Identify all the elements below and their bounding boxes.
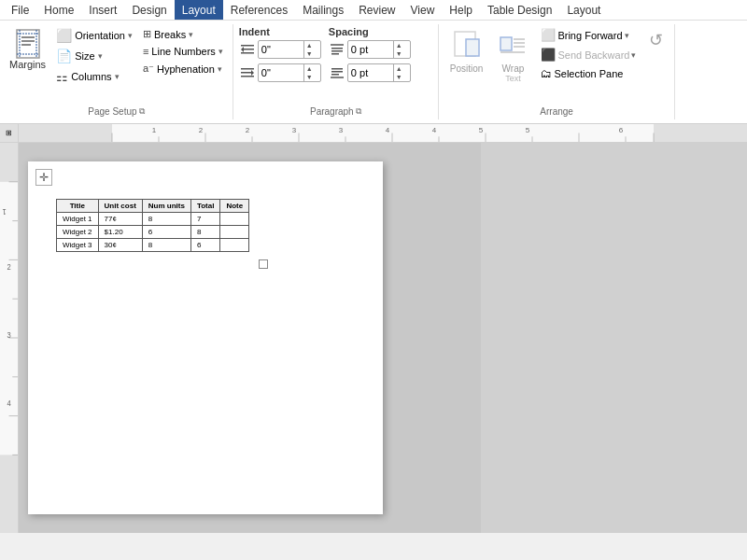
arrange-group: Position Wrap Text [439,24,676,119]
bring-forward-button[interactable]: ⬜ Bring Forward ▾ [537,26,640,44]
svg-text:4: 4 [7,399,11,408]
hyphenation-chevron: ▾ [218,64,222,74]
svg-rect-21 [331,71,343,73]
spacing-after-up[interactable]: ▲ [394,64,404,73]
hyphenation-button[interactable]: a⁻ Hyphenation ▾ [139,61,227,77]
spacing-before-down[interactable]: ▼ [394,49,404,58]
svg-text:3: 3 [7,331,11,340]
line-numbers-icon: ≡ [143,46,148,57]
spacing-after-input[interactable]: 0 pt ▲ ▼ [347,63,411,82]
document-page: ✛ Title Unit cost Num units Total Note W… [28,161,383,514]
indent-right-up[interactable]: ▲ [304,64,315,73]
menu-mailings[interactable]: Mailings [295,0,351,20]
menu-table-design[interactable]: Table Design [480,0,559,20]
wrap-text-icon [499,30,527,63]
wrap-text-sub: Text [505,74,521,83]
menu-help[interactable]: Help [442,0,480,20]
margins-label: Margins [9,59,46,70]
line-numbers-label: Line Numbers [151,46,215,57]
send-backward-label: Send Backward [557,49,629,61]
indent-label: Indent [239,26,321,37]
selection-pane-button[interactable]: 🗂 Selection Pane [537,65,640,82]
columns-label: Columns [71,71,111,82]
spacing-after-row: 0 pt ▲ ▼ [329,63,411,82]
spacing-label: Spacing [329,26,411,37]
spacing-before-up[interactable]: ▲ [394,41,404,49]
document-area: ✛ Title Unit cost Num units Total Note W… [19,143,481,533]
svg-rect-32 [19,124,112,142]
position-button[interactable]: Position [444,26,489,77]
indent-left-value[interactable]: 0" [259,44,303,55]
indent-left-up[interactable]: ▲ [304,41,315,49]
orientation-button[interactable]: ⬜ Orientation ▾ [52,26,136,45]
bring-forward-chevron: ▾ [625,31,629,40]
page-setup-label: Page Setup ⧉ [6,105,227,119]
arrange-controls: Position Wrap Text [444,26,669,105]
svg-marker-15 [251,70,254,76]
ribbon: Margins ⬜ Orientation ▾ 📄 Size ▾ [0,21,747,124]
page-setup-small-btns: ⬜ Orientation ▾ 📄 Size ▾ ⚏ Columns ▾ [52,26,136,86]
menu-design[interactable]: Design [124,0,174,20]
spacing-before-arrows: ▲ ▼ [393,41,404,58]
horizontal-ruler: 2 3 4 5 1 2 3 4 5 6 [19,124,747,143]
para-section: Indent 0" ▲ ▼ [239,26,411,84]
menu-layout[interactable]: Layout [175,0,223,20]
indent-right-down[interactable]: ▼ [304,73,315,81]
indent-right-value[interactable]: 0" [259,67,303,78]
menu-view[interactable]: View [403,0,443,20]
spacing-after-value[interactable]: 0 pt [348,67,393,78]
svg-text:2: 2 [246,126,249,134]
svg-rect-19 [331,53,339,55]
svg-rect-26 [500,37,512,50]
table-header-title: Title [57,200,99,213]
paragraph-dialog-icon[interactable]: ⧉ [356,106,361,117]
svg-rect-20 [331,68,343,70]
wrap-text-label: Wrap [502,63,525,74]
svg-rect-8 [241,45,254,47]
indent-left-input[interactable]: 0" ▲ ▼ [258,40,321,59]
ruler-corner[interactable]: ⊞ [0,124,19,143]
page-setup-extra-btns: ⊞ Breaks ▾ ≡ Line Numbers ▾ a⁻ Hyphenati… [139,26,227,77]
menu-layout-table[interactable]: Layout [559,0,608,20]
wrap-text-button[interactable]: Wrap Text [492,26,533,87]
indent-left-icon [239,41,256,58]
menu-home[interactable]: Home [36,0,81,20]
size-button[interactable]: 📄 Size ▾ [52,47,136,65]
margins-button[interactable]: Margins [6,26,49,73]
page-setup-dialog-icon[interactable]: ⧉ [139,106,145,117]
table-move-handle[interactable]: ✛ [35,169,52,186]
table-header-num-units: Num units [142,200,190,213]
menu-bar: File Home Insert Design Layout Reference… [0,0,747,21]
svg-text:1: 1 [2,206,7,215]
spacing-before-input[interactable]: 0 pt ▲ ▼ [347,40,411,59]
svg-rect-13 [241,72,252,74]
indent-left-down[interactable]: ▼ [304,49,315,58]
spacing-after-down[interactable]: ▼ [394,73,404,81]
breaks-icon: ⊞ [143,28,151,40]
selection-pane-icon: 🗂 [541,67,552,80]
menu-review[interactable]: Review [351,0,402,20]
spacing-before-value[interactable]: 0 pt [348,44,393,55]
menu-references[interactable]: References [223,0,295,20]
table-resize-handle[interactable] [259,259,268,269]
breaks-label: Breaks [154,29,186,40]
arrange-label: Arrange [444,105,669,119]
columns-button[interactable]: ⚏ Columns ▾ [52,67,136,86]
menu-file[interactable]: File [4,0,36,20]
document-table[interactable]: Title Unit cost Num units Total Note Wid… [56,199,249,252]
vertical-ruler: 1 2 3 4 [0,143,19,533]
indent-right-input[interactable]: 0" ▲ ▼ [258,63,321,82]
svg-rect-59 [0,455,18,533]
rotate-button[interactable]: ↺ [643,26,669,54]
table-row: Widget 3 30¢ 8 6 [57,239,249,252]
size-chevron: ▾ [98,51,103,61]
menu-insert[interactable]: Insert [81,0,124,20]
breaks-button[interactable]: ⊞ Breaks ▾ [139,26,227,42]
svg-rect-7 [21,44,31,46]
send-backward-button[interactable]: ⬛ Send Backward ▾ [537,46,640,63]
line-numbers-button[interactable]: ≡ Line Numbers ▾ [139,44,227,59]
svg-text:4: 4 [386,126,390,134]
svg-rect-6 [21,40,35,42]
svg-text:4: 4 [432,126,437,134]
page-setup-group: Margins ⬜ Orientation ▾ 📄 Size ▾ [0,24,233,119]
